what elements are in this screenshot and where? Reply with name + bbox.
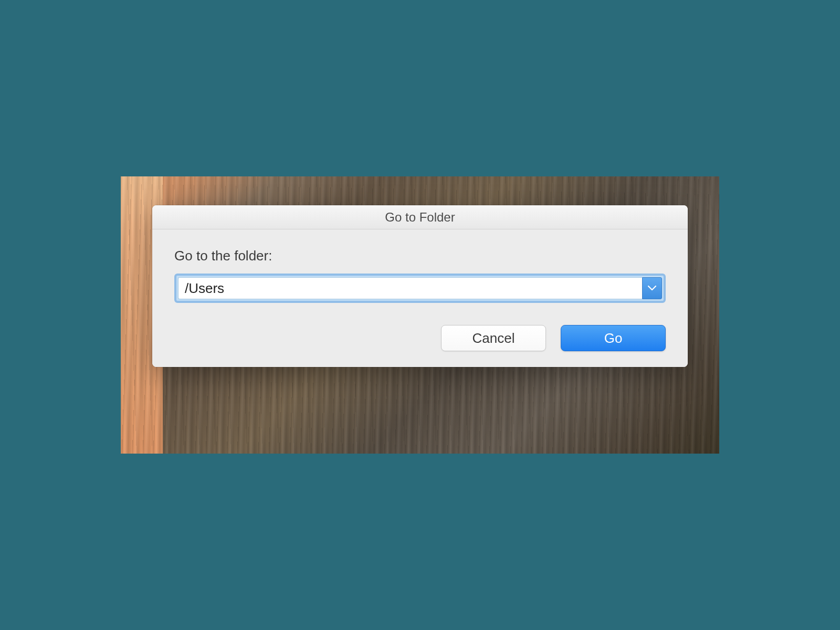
cancel-button[interactable]: Cancel [441,325,546,351]
dialog-button-row: Cancel Go [174,325,666,351]
dialog-body: Go to the folder: Cancel Go [152,229,688,367]
go-button[interactable]: Go [561,325,666,351]
go-to-folder-dialog: Go to Folder Go to the folder: Cancel Go [152,205,688,367]
path-combobox [174,274,666,303]
path-input[interactable] [178,277,642,299]
desktop-background: Go to Folder Go to the folder: Cancel Go [121,176,719,454]
dialog-title: Go to Folder [385,210,455,225]
path-field-label: Go to the folder: [174,248,666,264]
dialog-titlebar[interactable]: Go to Folder [152,205,688,229]
chevron-down-icon [648,284,656,293]
path-dropdown-button[interactable] [642,277,662,299]
